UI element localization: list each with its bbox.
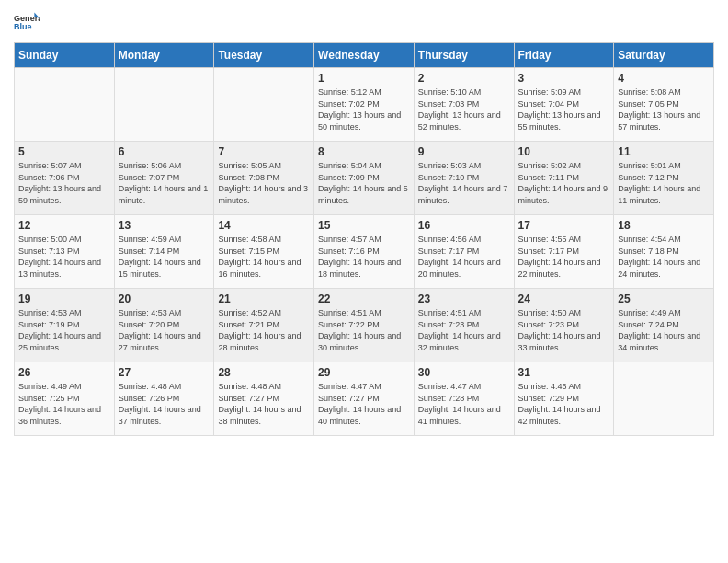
- day-detail: Sunrise: 4:47 AM Sunset: 7:27 PM Dayligh…: [318, 381, 410, 427]
- day-number: 12: [18, 219, 110, 232]
- calendar-cell: 9Sunrise: 5:03 AM Sunset: 7:10 PM Daylig…: [414, 142, 514, 215]
- day-number: 16: [418, 219, 510, 232]
- calendar-cell: [15, 68, 115, 142]
- day-detail: Sunrise: 5:04 AM Sunset: 7:09 PM Dayligh…: [318, 160, 410, 206]
- weekday-header: Sunday: [15, 43, 115, 68]
- day-number: 1: [318, 72, 410, 85]
- calendar-cell: 12Sunrise: 5:00 AM Sunset: 7:13 PM Dayli…: [15, 215, 115, 289]
- day-detail: Sunrise: 4:46 AM Sunset: 7:29 PM Dayligh…: [518, 381, 610, 427]
- day-number: 3: [518, 72, 610, 85]
- day-number: 2: [418, 72, 510, 85]
- calendar-week-row: 5Sunrise: 5:07 AM Sunset: 7:06 PM Daylig…: [15, 142, 714, 215]
- calendar-week-row: 26Sunrise: 4:49 AM Sunset: 7:25 PM Dayli…: [15, 362, 714, 436]
- day-detail: Sunrise: 5:02 AM Sunset: 7:11 PM Dayligh…: [518, 160, 610, 206]
- day-detail: Sunrise: 4:59 AM Sunset: 7:14 PM Dayligh…: [119, 234, 210, 280]
- day-number: 18: [618, 219, 710, 232]
- calendar-cell: 3Sunrise: 5:09 AM Sunset: 7:04 PM Daylig…: [514, 68, 614, 142]
- calendar-cell: 21Sunrise: 4:52 AM Sunset: 7:21 PM Dayli…: [214, 289, 314, 362]
- day-number: 20: [119, 293, 210, 305]
- day-detail: Sunrise: 5:06 AM Sunset: 7:07 PM Dayligh…: [119, 160, 210, 206]
- day-detail: Sunrise: 4:51 AM Sunset: 7:22 PM Dayligh…: [318, 307, 410, 353]
- weekday-header: Friday: [514, 43, 614, 68]
- calendar-cell: 13Sunrise: 4:59 AM Sunset: 7:14 PM Dayli…: [114, 215, 214, 289]
- weekday-header: Tuesday: [214, 43, 314, 68]
- calendar-cell: 19Sunrise: 4:53 AM Sunset: 7:19 PM Dayli…: [15, 289, 115, 362]
- day-detail: Sunrise: 5:10 AM Sunset: 7:03 PM Dayligh…: [418, 86, 510, 132]
- day-detail: Sunrise: 5:12 AM Sunset: 7:02 PM Dayligh…: [318, 86, 410, 132]
- calendar-cell: [114, 68, 214, 142]
- day-detail: Sunrise: 4:50 AM Sunset: 7:23 PM Dayligh…: [518, 307, 610, 353]
- day-number: 30: [418, 366, 510, 379]
- svg-text:Blue: Blue: [14, 22, 32, 31]
- calendar-table: SundayMondayTuesdayWednesdayThursdayFrid…: [14, 42, 714, 436]
- day-detail: Sunrise: 5:05 AM Sunset: 7:08 PM Dayligh…: [218, 160, 310, 206]
- calendar-cell: 31Sunrise: 4:46 AM Sunset: 7:29 PM Dayli…: [514, 362, 614, 436]
- day-detail: Sunrise: 5:09 AM Sunset: 7:04 PM Dayligh…: [518, 86, 610, 132]
- day-detail: Sunrise: 5:07 AM Sunset: 7:06 PM Dayligh…: [18, 160, 110, 206]
- day-number: 17: [518, 219, 610, 232]
- day-number: 7: [218, 145, 310, 158]
- day-detail: Sunrise: 4:48 AM Sunset: 7:27 PM Dayligh…: [218, 381, 310, 427]
- calendar-cell: 4Sunrise: 5:08 AM Sunset: 7:05 PM Daylig…: [614, 68, 714, 142]
- calendar-cell: 2Sunrise: 5:10 AM Sunset: 7:03 PM Daylig…: [414, 68, 514, 142]
- day-number: 11: [618, 145, 710, 158]
- calendar-cell: 15Sunrise: 4:57 AM Sunset: 7:16 PM Dayli…: [314, 215, 415, 289]
- calendar-cell: [614, 362, 714, 436]
- logo-icon: General Blue: [14, 9, 40, 35]
- day-number: 15: [318, 219, 410, 232]
- day-detail: Sunrise: 4:49 AM Sunset: 7:25 PM Dayligh…: [18, 381, 110, 427]
- calendar-cell: 18Sunrise: 4:54 AM Sunset: 7:18 PM Dayli…: [614, 215, 714, 289]
- calendar-cell: 25Sunrise: 4:49 AM Sunset: 7:24 PM Dayli…: [614, 289, 714, 362]
- day-detail: Sunrise: 4:55 AM Sunset: 7:17 PM Dayligh…: [518, 234, 610, 280]
- calendar-cell: 11Sunrise: 5:01 AM Sunset: 7:12 PM Dayli…: [614, 142, 714, 215]
- day-detail: Sunrise: 4:53 AM Sunset: 7:20 PM Dayligh…: [119, 307, 210, 353]
- day-number: 21: [218, 293, 310, 305]
- day-number: 8: [318, 145, 410, 158]
- calendar-cell: 8Sunrise: 5:04 AM Sunset: 7:09 PM Daylig…: [314, 142, 415, 215]
- calendar-cell: 6Sunrise: 5:06 AM Sunset: 7:07 PM Daylig…: [114, 142, 214, 215]
- calendar-week-row: 19Sunrise: 4:53 AM Sunset: 7:19 PM Dayli…: [15, 289, 714, 362]
- calendar-week-row: 12Sunrise: 5:00 AM Sunset: 7:13 PM Dayli…: [15, 215, 714, 289]
- weekday-header: Saturday: [614, 43, 714, 68]
- day-number: 27: [119, 366, 210, 379]
- day-detail: Sunrise: 4:58 AM Sunset: 7:15 PM Dayligh…: [218, 234, 310, 280]
- calendar-cell: 29Sunrise: 4:47 AM Sunset: 7:27 PM Dayli…: [314, 362, 415, 436]
- calendar-cell: 24Sunrise: 4:50 AM Sunset: 7:23 PM Dayli…: [514, 289, 614, 362]
- day-number: 19: [18, 293, 110, 305]
- day-detail: Sunrise: 4:51 AM Sunset: 7:23 PM Dayligh…: [418, 307, 510, 353]
- day-detail: Sunrise: 5:08 AM Sunset: 7:05 PM Dayligh…: [618, 86, 710, 132]
- calendar-cell: [214, 68, 314, 142]
- calendar-body: 1Sunrise: 5:12 AM Sunset: 7:02 PM Daylig…: [15, 68, 714, 436]
- calendar-cell: 17Sunrise: 4:55 AM Sunset: 7:17 PM Dayli…: [514, 215, 614, 289]
- day-detail: Sunrise: 4:47 AM Sunset: 7:28 PM Dayligh…: [418, 381, 510, 427]
- day-detail: Sunrise: 4:56 AM Sunset: 7:17 PM Dayligh…: [418, 234, 510, 280]
- day-detail: Sunrise: 4:52 AM Sunset: 7:21 PM Dayligh…: [218, 307, 310, 353]
- day-number: 25: [618, 293, 710, 305]
- calendar-cell: 5Sunrise: 5:07 AM Sunset: 7:06 PM Daylig…: [15, 142, 115, 215]
- calendar-header: SundayMondayTuesdayWednesdayThursdayFrid…: [15, 43, 714, 68]
- day-number: 23: [418, 293, 510, 305]
- day-detail: Sunrise: 4:57 AM Sunset: 7:16 PM Dayligh…: [318, 234, 410, 280]
- calendar-cell: 16Sunrise: 4:56 AM Sunset: 7:17 PM Dayli…: [414, 215, 514, 289]
- day-detail: Sunrise: 4:54 AM Sunset: 7:18 PM Dayligh…: [618, 234, 710, 280]
- weekday-header: Wednesday: [314, 43, 415, 68]
- day-number: 26: [18, 366, 110, 379]
- day-detail: Sunrise: 5:03 AM Sunset: 7:10 PM Dayligh…: [418, 160, 510, 206]
- calendar-cell: 1Sunrise: 5:12 AM Sunset: 7:02 PM Daylig…: [314, 68, 415, 142]
- calendar-cell: 28Sunrise: 4:48 AM Sunset: 7:27 PM Dayli…: [214, 362, 314, 436]
- calendar-cell: 10Sunrise: 5:02 AM Sunset: 7:11 PM Dayli…: [514, 142, 614, 215]
- day-detail: Sunrise: 4:53 AM Sunset: 7:19 PM Dayligh…: [18, 307, 110, 353]
- calendar-cell: 20Sunrise: 4:53 AM Sunset: 7:20 PM Dayli…: [114, 289, 214, 362]
- day-number: 28: [218, 366, 310, 379]
- day-number: 10: [518, 145, 610, 158]
- day-number: 5: [18, 145, 110, 158]
- day-number: 13: [119, 219, 210, 232]
- calendar-cell: 26Sunrise: 4:49 AM Sunset: 7:25 PM Dayli…: [15, 362, 115, 436]
- day-number: 24: [518, 293, 610, 305]
- day-detail: Sunrise: 5:01 AM Sunset: 7:12 PM Dayligh…: [618, 160, 710, 206]
- logo: General Blue: [14, 9, 43, 35]
- page-header: General Blue: [14, 9, 714, 35]
- calendar-cell: 30Sunrise: 4:47 AM Sunset: 7:28 PM Dayli…: [414, 362, 514, 436]
- calendar-week-row: 1Sunrise: 5:12 AM Sunset: 7:02 PM Daylig…: [15, 68, 714, 142]
- calendar-cell: 27Sunrise: 4:48 AM Sunset: 7:26 PM Dayli…: [114, 362, 214, 436]
